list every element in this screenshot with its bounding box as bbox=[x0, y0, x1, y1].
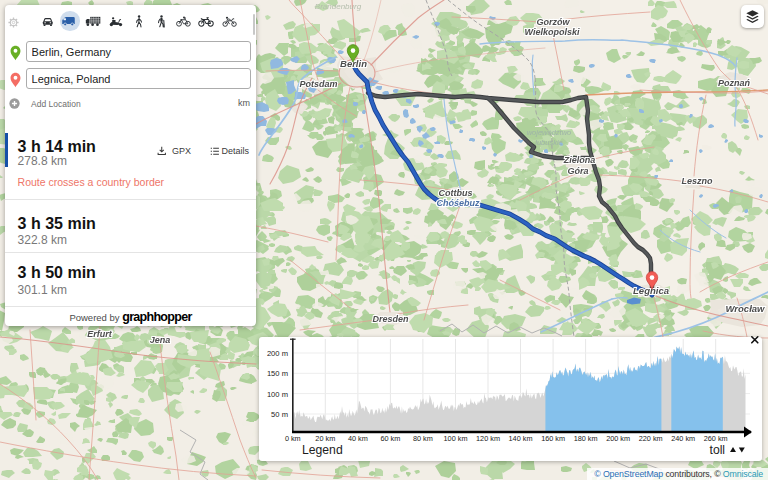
svg-text:150 m: 150 m bbox=[267, 369, 288, 378]
svg-text:220 km: 220 km bbox=[639, 434, 663, 443]
svg-text:0 km: 0 km bbox=[285, 434, 301, 443]
svg-text:toll: toll bbox=[710, 443, 726, 457]
svg-text:120 km: 120 km bbox=[476, 434, 500, 443]
svg-text:160 km: 160 km bbox=[541, 434, 565, 443]
svg-text:140 km: 140 km bbox=[509, 434, 533, 443]
svg-text:200 m: 200 m bbox=[267, 349, 288, 358]
svg-text:200 km: 200 km bbox=[606, 434, 630, 443]
svg-text:60 km: 60 km bbox=[380, 434, 400, 443]
svg-text:100 m: 100 m bbox=[267, 390, 288, 399]
svg-text:100 km: 100 km bbox=[444, 434, 468, 443]
svg-text:80 km: 80 km bbox=[413, 434, 433, 443]
svg-text:240 km: 240 km bbox=[671, 434, 695, 443]
svg-text:180 km: 180 km bbox=[574, 434, 598, 443]
svg-text:Legend: Legend bbox=[302, 443, 343, 457]
svg-text:50 m: 50 m bbox=[271, 410, 288, 419]
svg-text:40 km: 40 km bbox=[348, 434, 368, 443]
